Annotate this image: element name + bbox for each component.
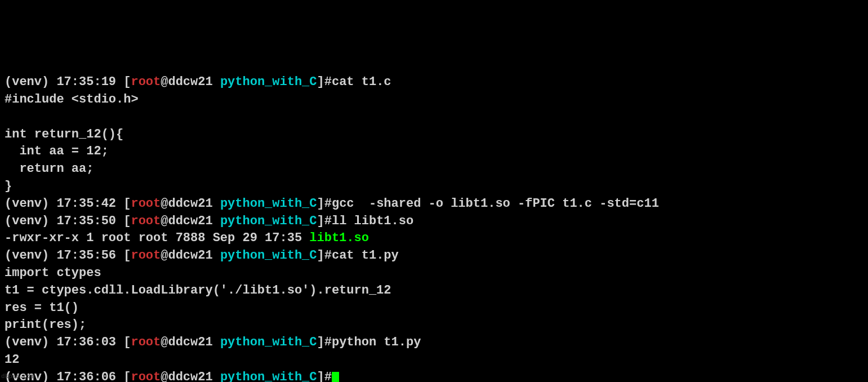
- output-text: return aa;: [5, 162, 94, 176]
- prompt-user: root: [131, 75, 161, 89]
- prompt-user: root: [131, 197, 161, 211]
- output-text: }: [5, 179, 12, 193]
- prompt-venv: (venv): [5, 214, 49, 228]
- terminal-line: int return_12(){: [5, 126, 863, 144]
- prompt-cwd: python_with_C: [220, 335, 317, 349]
- prompt-cwd: python_with_C: [220, 248, 317, 263]
- prompt-user: root: [131, 214, 161, 228]
- prompt-venv: (venv): [5, 335, 49, 349]
- prompt-time: 17:36:06: [56, 370, 116, 382]
- prompt-host: ddcw21: [168, 75, 212, 89]
- terminal-line: res = t1(): [5, 300, 863, 317]
- prompt-command: cat t1.py: [332, 248, 399, 263]
- terminal-line: [5, 109, 863, 126]
- ls-perms: -rwxr-xr-x 1 root root 7888 Sep 29 17:35: [5, 231, 309, 245]
- output-text: print(res);: [5, 318, 86, 332]
- terminal-line: import ctypes: [5, 265, 863, 282]
- terminal-line: (venv) 17:36:06 [root@ddcw21 python_with…: [5, 369, 863, 382]
- terminal-line: -rwxr-xr-x 1 root root 7888 Sep 29 17:35…: [5, 230, 863, 247]
- output-text: import ctypes: [5, 266, 101, 280]
- prompt-user: root: [131, 370, 161, 382]
- prompt-time: 17:35:42: [56, 197, 116, 211]
- prompt-time: 17:36:03: [56, 335, 116, 349]
- prompt-host: ddcw21: [168, 335, 212, 349]
- terminal-line: int aa = 12;: [5, 143, 863, 161]
- terminal-line: print(res);: [5, 317, 863, 334]
- terminal-line: (venv) 17:35:50 [root@ddcw21 python_with…: [5, 213, 863, 230]
- prompt-command: cat t1.c: [332, 75, 391, 89]
- terminal-line: (venv) 17:35:56 [root@ddcw21 python_with…: [5, 247, 863, 265]
- terminal-line: t1 = ctypes.cdll.LoadLibrary('./libt1.so…: [5, 282, 863, 300]
- prompt-host: ddcw21: [168, 214, 212, 228]
- output-text: res = t1(): [5, 301, 79, 315]
- terminal-line: #include <stdio.h>: [5, 91, 863, 109]
- prompt-command: gcc -shared -o libt1.so -fPIC t1.c -std=…: [332, 197, 659, 211]
- prompt-time: 17:35:50: [56, 214, 116, 228]
- terminal-line: 12: [5, 352, 863, 369]
- output-text: 12: [5, 353, 19, 367]
- terminal-line: return aa;: [5, 161, 863, 178]
- prompt-time: 17:35:56: [56, 248, 116, 263]
- watermark: dkpan.com: [1, 372, 34, 381]
- prompt-venv: (venv): [5, 248, 49, 263]
- ls-filename: libt1.so: [309, 231, 369, 245]
- output-text: t1 = ctypes.cdll.LoadLibrary('./libt1.so…: [5, 283, 391, 297]
- prompt-host: ddcw21: [168, 370, 212, 382]
- prompt-host: ddcw21: [168, 197, 212, 211]
- output-text: #include <stdio.h>: [5, 92, 139, 106]
- prompt-host: ddcw21: [168, 248, 212, 263]
- prompt-user: root: [131, 248, 161, 263]
- prompt-command: ll libt1.so: [332, 214, 413, 228]
- prompt-time: 17:35:19: [56, 75, 116, 89]
- prompt-user: root: [131, 335, 161, 349]
- output-text: [5, 110, 12, 124]
- terminal-line: (venv) 17:35:42 [root@ddcw21 python_with…: [5, 196, 863, 213]
- prompt-cwd: python_with_C: [220, 197, 317, 211]
- cursor: [332, 372, 339, 382]
- terminal-line: (venv) 17:35:19 [root@ddcw21 python_with…: [5, 74, 863, 91]
- output-text: int aa = 12;: [5, 144, 109, 158]
- terminal-line: (venv) 17:36:03 [root@ddcw21 python_with…: [5, 334, 863, 352]
- prompt-cwd: python_with_C: [220, 75, 317, 89]
- prompt-venv: (venv): [5, 197, 49, 211]
- terminal-line: }: [5, 178, 863, 196]
- terminal[interactable]: (venv) 17:35:19 [root@ddcw21 python_with…: [5, 74, 863, 382]
- prompt-cwd: python_with_C: [220, 214, 317, 228]
- prompt-venv: (venv): [5, 75, 49, 89]
- prompt-cwd: python_with_C: [220, 370, 317, 382]
- output-text: int return_12(){: [5, 127, 123, 141]
- prompt-command: python t1.py: [332, 335, 421, 349]
